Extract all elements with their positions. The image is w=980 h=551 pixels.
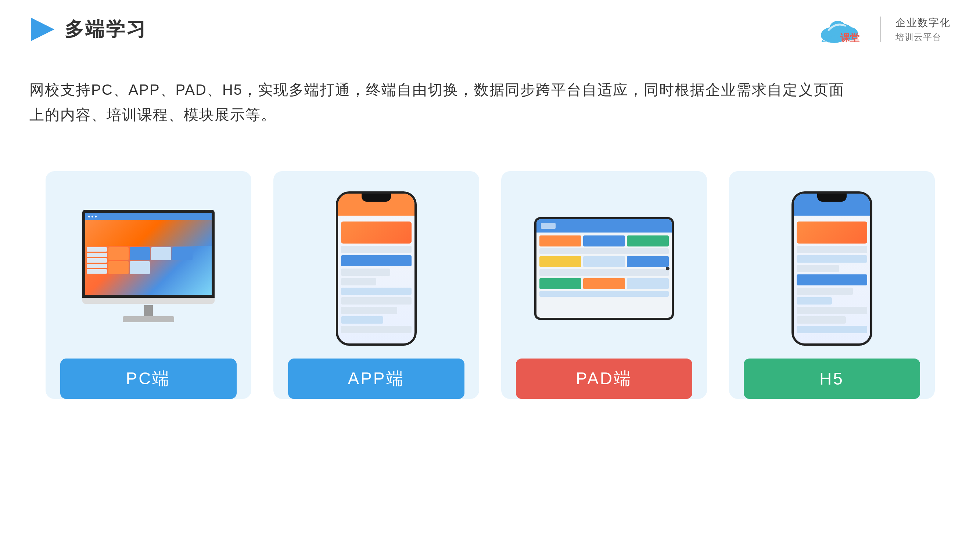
card-app-image bbox=[288, 189, 465, 348]
svg-text:云朵: 云朵 bbox=[821, 32, 840, 43]
tablet-pad bbox=[534, 217, 674, 320]
smartphone-app bbox=[336, 191, 417, 346]
header-divider bbox=[880, 16, 881, 42]
cards-section: PC端 bbox=[0, 127, 980, 421]
brand-slogan1: 企业数字化 bbox=[896, 16, 951, 30]
card-pad-label: PAD端 bbox=[516, 359, 692, 399]
brand-cloud-logo: 云朵 课堂 bbox=[818, 15, 865, 44]
brand-info: 企业数字化 培训云平台 bbox=[896, 16, 951, 43]
brand-slogan2: 培训云平台 bbox=[896, 31, 942, 43]
pc-monitor bbox=[71, 210, 226, 327]
cloud-icon: 云朵 课堂 bbox=[818, 15, 865, 44]
svg-text:课堂: 课堂 bbox=[840, 32, 860, 43]
card-pad-image bbox=[516, 189, 692, 348]
play-icon bbox=[29, 16, 56, 43]
card-pc-image bbox=[60, 189, 237, 348]
logo-left: 多端学习 bbox=[29, 16, 147, 43]
card-pad[interactable]: PAD端 bbox=[501, 171, 707, 399]
card-h5-image bbox=[744, 189, 920, 348]
card-h5[interactable]: H5 bbox=[729, 171, 935, 399]
page-title: 多端学习 bbox=[65, 16, 147, 42]
card-pc[interactable]: PC端 bbox=[46, 171, 251, 399]
card-app-label: APP端 bbox=[288, 359, 465, 399]
page-header: 多端学习 云朵 课堂 企业数字化 培训云平台 bbox=[0, 0, 980, 55]
logo-right: 云朵 课堂 企业数字化 培训云平台 bbox=[818, 15, 951, 44]
description-line2: 上的内容、培训课程、模块展示等。 bbox=[29, 102, 951, 127]
description-section: 网校支持PC、APP、PAD、H5，实现多端打通，终端自由切换，数据同步跨平台自… bbox=[0, 55, 980, 127]
card-pc-label: PC端 bbox=[60, 359, 237, 399]
monitor-screen bbox=[82, 210, 215, 298]
svg-marker-0 bbox=[31, 17, 54, 41]
card-h5-label: H5 bbox=[744, 359, 920, 399]
description-line1: 网校支持PC、APP、PAD、H5，实现多端打通，终端自由切换，数据同步跨平台自… bbox=[29, 77, 951, 102]
smartphone-h5 bbox=[792, 191, 872, 346]
card-app[interactable]: APP端 bbox=[274, 171, 479, 399]
